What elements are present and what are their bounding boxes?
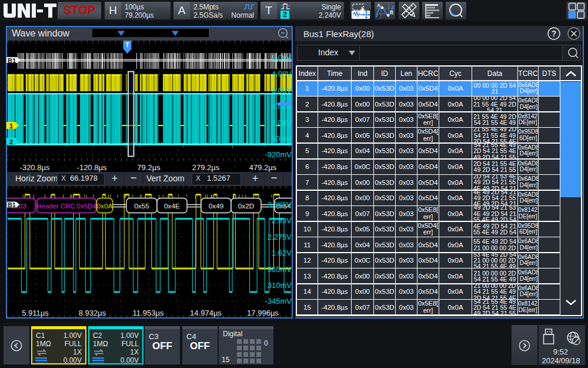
- svg-text:?: ?: [552, 29, 557, 38]
- svg-text:1: 1: [9, 122, 13, 130]
- svg-text:B1: B1: [8, 57, 16, 64]
- svg-text:0x4E: 0x4E: [164, 202, 180, 210]
- svg-text:0x49: 0x49: [209, 202, 224, 210]
- svg-text:0x55: 0x55: [134, 202, 149, 210]
- svg-text:Header CRC:0x5D4: Header CRC:0x5D4: [37, 203, 96, 210]
- svg-text:A: A: [377, 2, 380, 8]
- svg-text:B1: B1: [8, 201, 16, 208]
- svg-text:B: B: [390, 9, 393, 15]
- svg-text:0x2D: 0x2D: [238, 202, 255, 210]
- svg-text:2: 2: [9, 138, 13, 145]
- svg-text:T: T: [125, 41, 129, 48]
- svg-text:0x0A: 0x0A: [97, 202, 113, 210]
